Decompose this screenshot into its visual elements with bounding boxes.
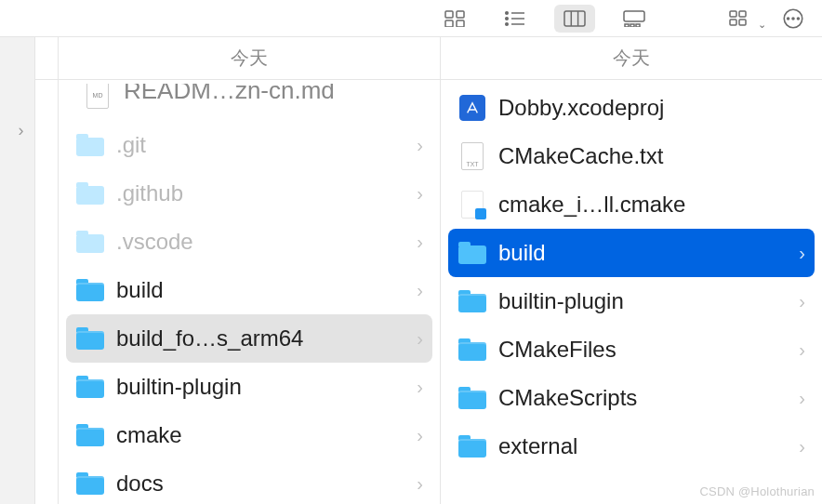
chevron-right-icon: › [792, 291, 805, 312]
item-name: CMakeFiles [498, 337, 781, 363]
svg-rect-2 [445, 20, 453, 27]
chevron-right-icon: › [410, 328, 423, 350]
view-icon-btn[interactable] [435, 5, 476, 33]
svg-rect-1 [457, 11, 464, 18]
file-row[interactable]: TXTCMakeCache.txt [448, 132, 815, 180]
item-name: build [498, 240, 781, 266]
column-1-items: MD READM…zn-cn.md .git›.github›.vscode›b… [59, 80, 440, 504]
folder-icon [458, 338, 486, 361]
chevron-right-icon: › [792, 436, 805, 458]
item-name: build [116, 277, 399, 303]
folder-icon [458, 387, 486, 409]
view-action-btn[interactable] [779, 5, 807, 33]
item-name: docs [116, 471, 399, 497]
toolbar: ⌄ [0, 0, 822, 37]
view-gallery-btn[interactable] [614, 5, 655, 33]
item-name: builtin-plugin [498, 288, 781, 314]
folder-row[interactable]: .vscode› [66, 218, 432, 266]
item-name: .github [116, 180, 399, 206]
folder-row[interactable]: builtin-plugin› [66, 363, 432, 411]
item-name: cmake_i…ll.cmake [498, 192, 805, 218]
column-1-header: 今天 [59, 37, 440, 80]
svg-rect-10 [564, 11, 585, 26]
column-0-header [35, 37, 58, 80]
folder-row[interactable]: docs› [66, 459, 432, 504]
txt-file-icon: TXT [461, 142, 484, 170]
item-name: .git [116, 132, 399, 158]
file-row-partial[interactable]: MD READM…zn-cn.md [66, 84, 432, 121]
column-2-items: Dobby.xcodeprojTXTCMakeCache.txtcmake_i…… [441, 80, 822, 504]
chevron-right-icon: › [792, 243, 805, 264]
folder-icon [76, 472, 104, 495]
folder-icon [76, 376, 104, 398]
column-2: 今天 Dobby.xcodeprojTXTCMakeCache.txtcmake… [441, 37, 822, 504]
chevron-right-icon: › [410, 473, 423, 495]
folder-row[interactable]: builtin-plugin› [448, 277, 815, 325]
column-icon [563, 10, 586, 27]
list-icon [504, 10, 526, 27]
column-1: 今天 MD READM…zn-cn.md .git›.github›.vscod… [59, 37, 441, 504]
item-name: build_fo…s_arm64 [116, 325, 399, 351]
svg-rect-13 [624, 11, 644, 21]
item-name: CMakeCache.txt [498, 143, 805, 169]
file-row[interactable]: cmake_i…ll.cmake [448, 180, 815, 229]
folder-row[interactable]: CMakeFiles› [448, 325, 815, 374]
svg-rect-14 [625, 24, 629, 27]
folder-row[interactable]: build_fo…s_arm64› [66, 314, 432, 363]
svg-rect-18 [739, 11, 746, 17]
view-column-btn[interactable] [554, 5, 595, 33]
item-name: CMakeScripts [498, 385, 781, 411]
folder-icon [458, 290, 486, 312]
sidebar-toggle[interactable]: › [0, 37, 35, 504]
action-icon [781, 7, 805, 31]
svg-rect-16 [636, 24, 640, 27]
column-0 [35, 37, 59, 504]
svg-point-4 [506, 11, 509, 14]
chevron-right-icon: › [410, 232, 423, 253]
group-icon [729, 10, 751, 27]
svg-rect-20 [739, 20, 746, 25]
folder-icon [76, 424, 104, 446]
folder-icon [76, 231, 104, 253]
chevron-right-icon: › [410, 280, 423, 301]
item-name: cmake [116, 422, 399, 448]
chevron-down-icon: ⌄ [758, 19, 766, 31]
folder-row[interactable]: .git› [66, 121, 432, 169]
svg-point-6 [506, 17, 509, 20]
svg-rect-15 [630, 24, 634, 27]
svg-rect-17 [730, 11, 736, 17]
folder-icon [458, 242, 486, 264]
columns-view: › 今天 MD READM…zn-cn.md .git›.github›.vsc… [0, 37, 822, 504]
gallery-icon [623, 10, 645, 27]
svg-rect-3 [457, 20, 464, 27]
view-list-btn[interactable] [495, 5, 536, 33]
item-name: .vscode [116, 229, 399, 255]
svg-point-8 [506, 22, 509, 25]
svg-point-24 [797, 18, 799, 20]
view-group-btn[interactable]: ⌄ [720, 5, 761, 33]
folder-row[interactable]: build› [66, 266, 432, 314]
folder-row[interactable]: .github› [66, 169, 432, 218]
folder-row[interactable]: external› [448, 422, 815, 471]
folder-row[interactable]: CMakeScripts› [448, 374, 815, 422]
chevron-right-icon: › [410, 135, 423, 156]
chevron-right-icon: › [11, 121, 24, 140]
folder-icon [76, 182, 104, 205]
chevron-right-icon: › [792, 388, 805, 409]
svg-rect-19 [730, 20, 736, 25]
item-name: external [498, 433, 781, 459]
chevron-right-icon: › [410, 425, 423, 446]
item-name: Dobby.xcodeproj [498, 95, 805, 121]
folder-icon [76, 134, 104, 156]
xcode-icon [459, 95, 485, 121]
chevron-right-icon: › [410, 377, 423, 398]
folder-row[interactable]: build› [448, 229, 815, 277]
folder-icon [76, 279, 104, 301]
file-row[interactable]: Dobby.xcodeproj [448, 84, 815, 132]
svg-rect-0 [445, 11, 453, 18]
md-file-icon: MD [83, 84, 113, 110]
folder-icon [458, 435, 486, 458]
chevron-right-icon: › [792, 339, 805, 361]
folder-row[interactable]: cmake› [66, 411, 432, 459]
grid-icon [444, 10, 467, 27]
